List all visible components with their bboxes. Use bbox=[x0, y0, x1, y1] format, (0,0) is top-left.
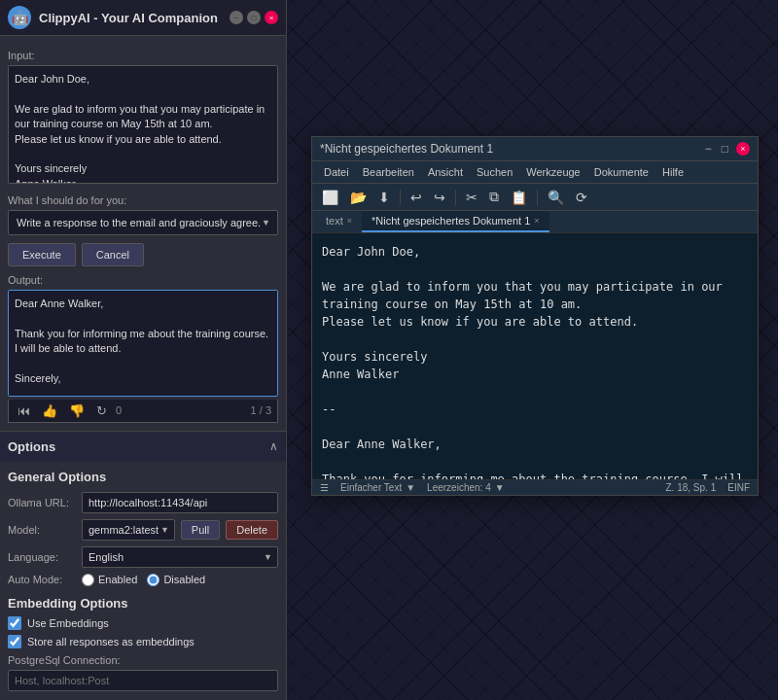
language-label: Language: bbox=[8, 551, 76, 563]
output-thumbs-down-button[interactable]: 👎 bbox=[66, 402, 88, 419]
menu-bearbeiten[interactable]: Bearbeiten bbox=[357, 163, 420, 181]
editor-panel: *Nicht gespeichertes Dokument 1 − □ × Da… bbox=[311, 136, 759, 496]
options-header[interactable]: Options ∧ bbox=[0, 431, 286, 462]
language-select[interactable]: English German French Spanish bbox=[82, 546, 278, 568]
delete-button[interactable]: Delete bbox=[226, 520, 278, 540]
status-mode: EINF bbox=[727, 482, 750, 493]
editor-title-controls: − □ × bbox=[703, 142, 750, 156]
toolbar-redo-button[interactable]: ↪ bbox=[430, 188, 449, 207]
cancel-button[interactable]: Cancel bbox=[82, 243, 144, 266]
execute-button[interactable]: Execute bbox=[8, 243, 76, 266]
input-label: Input: bbox=[8, 50, 278, 61]
minimize-button[interactable]: − bbox=[230, 11, 243, 24]
what-label: What I should do for you: bbox=[8, 194, 278, 206]
tab-text-close-icon[interactable]: × bbox=[347, 216, 352, 226]
auto-mode-label: Auto Mode: bbox=[8, 574, 76, 585]
tab-document-close-icon[interactable]: × bbox=[534, 216, 539, 226]
use-embeddings-label[interactable]: Use Embeddings bbox=[8, 616, 278, 630]
menu-suchen[interactable]: Suchen bbox=[471, 163, 518, 181]
app-title: ClippyAI - Your AI Companion bbox=[39, 11, 218, 25]
plain-text-chevron-icon: ▼ bbox=[406, 482, 415, 493]
menu-dokumente[interactable]: Dokumente bbox=[588, 163, 654, 181]
editor-tabs: text × *Nicht gespeichertes Dokument 1 × bbox=[312, 211, 758, 233]
auto-mode-radio-group: Enabled Disabled bbox=[82, 574, 205, 586]
toolbar-separator-3 bbox=[537, 190, 538, 205]
store-responses-label[interactable]: Store all responses as embeddings bbox=[8, 635, 278, 648]
model-select[interactable]: gemma2:latest llama3:latest mistral:late… bbox=[82, 519, 175, 541]
editor-content[interactable]: Dear John Doe, We are glad to inform you… bbox=[312, 233, 758, 479]
output-refresh-button[interactable]: ↻ bbox=[93, 402, 110, 419]
ollama-url-row: Ollama URL: bbox=[8, 492, 278, 513]
general-options-title: General Options bbox=[8, 470, 278, 484]
title-controls: − □ × bbox=[230, 11, 278, 24]
toolbar-save-button[interactable]: ⬇ bbox=[374, 188, 394, 207]
toolbar-open-button[interactable]: 📂 bbox=[346, 188, 371, 207]
auto-mode-row: Auto Mode: Enabled Disabled bbox=[8, 574, 278, 586]
menu-ansicht[interactable]: Ansicht bbox=[422, 163, 469, 181]
input-textarea[interactable] bbox=[8, 65, 278, 184]
output-textarea[interactable] bbox=[8, 290, 278, 397]
toolbar-separator-2 bbox=[455, 190, 456, 205]
pg-connection-label: PostgreSql Connection: bbox=[8, 654, 278, 666]
action-dropdown[interactable]: Write a response to the email and gracio… bbox=[8, 210, 278, 235]
ollama-url-input[interactable] bbox=[82, 492, 278, 513]
editor-title-bar: *Nicht gespeichertes Dokument 1 − □ × bbox=[312, 137, 758, 161]
editor-close-button[interactable]: × bbox=[736, 142, 750, 156]
options-title: Options bbox=[8, 439, 55, 454]
editor-menu-bar: Datei Bearbeiten Ansicht Suchen Werkzeug… bbox=[312, 161, 758, 184]
output-thumbs-up-button[interactable]: 👍 bbox=[39, 402, 60, 419]
toolbar-search-button[interactable]: 🔍 bbox=[544, 188, 568, 207]
editor-title: *Nicht gespeichertes Dokument 1 bbox=[320, 142, 493, 156]
menu-hilfe[interactable]: Hilfe bbox=[656, 163, 690, 181]
use-embeddings-checkbox[interactable] bbox=[8, 616, 21, 630]
toolbar-undo-button[interactable]: ↩ bbox=[407, 188, 426, 207]
store-responses-checkbox[interactable] bbox=[8, 635, 21, 648]
action-dropdown-wrapper: Write a response to the email and gracio… bbox=[8, 210, 278, 235]
status-icon: ☰ bbox=[320, 482, 329, 493]
ollama-url-label: Ollama URL: bbox=[8, 497, 76, 508]
options-chevron-icon: ∧ bbox=[269, 439, 278, 453]
language-select-wrapper: English German French Spanish bbox=[82, 546, 278, 568]
menu-werkzeuge[interactable]: Werkzeuge bbox=[520, 163, 585, 181]
enabled-radio[interactable] bbox=[82, 574, 94, 586]
toolbar-copy-button[interactable]: ⧉ bbox=[485, 187, 503, 207]
status-right: Z. 18, Sp. 1 EINF bbox=[666, 482, 750, 493]
disabled-radio[interactable] bbox=[147, 574, 159, 586]
editor-toolbar: ⬜ 📂 ⬇ ↩ ↪ ✂ ⧉ 📋 🔍 ⟳ bbox=[312, 184, 758, 211]
status-left: ☰ bbox=[320, 482, 329, 493]
enabled-radio-label[interactable]: Enabled bbox=[82, 574, 137, 586]
status-spaces[interactable]: Leerzeichen: 4 ▼ bbox=[427, 482, 505, 493]
toolbar-cut-button[interactable]: ✂ bbox=[462, 188, 481, 207]
editor-minimize-button[interactable]: − bbox=[703, 142, 714, 156]
maximize-button[interactable]: □ bbox=[247, 11, 261, 24]
disabled-radio-label[interactable]: Disabled bbox=[147, 574, 205, 586]
tab-document-label: *Nicht gespeichertes Dokument 1 bbox=[371, 215, 530, 227]
app-icon: 🤖 bbox=[8, 6, 31, 29]
model-select-wrapper: gemma2:latest llama3:latest mistral:late… bbox=[82, 519, 175, 541]
spaces-chevron-icon: ▼ bbox=[495, 482, 505, 493]
editor-maximize-button[interactable]: □ bbox=[720, 142, 730, 156]
tab-document[interactable]: *Nicht gespeichertes Dokument 1 × bbox=[362, 211, 549, 232]
menu-datei[interactable]: Datei bbox=[318, 163, 355, 181]
left-panel: 🤖 ClippyAI - Your AI Companion − □ × Inp… bbox=[0, 0, 287, 700]
panel-content: Input: What I should do for you: Write a… bbox=[0, 36, 286, 431]
close-button[interactable]: × bbox=[265, 11, 278, 24]
title-bar: 🤖 ClippyAI - Your AI Companion − □ × bbox=[0, 0, 286, 36]
toolbar-new-button[interactable]: ⬜ bbox=[318, 188, 342, 207]
toolbar-paste-button[interactable]: 📋 bbox=[507, 188, 531, 207]
embedding-title: Embedding Options bbox=[8, 596, 278, 611]
pull-button[interactable]: Pull bbox=[181, 520, 220, 540]
tab-text-label: text bbox=[326, 215, 343, 227]
editor-status-bar: ☰ Einfacher Text ▼ Leerzeichen: 4 ▼ Z. 1… bbox=[312, 479, 758, 495]
language-row: Language: English German French Spanish bbox=[8, 546, 278, 568]
app-icon-glyph: 🤖 bbox=[12, 10, 28, 25]
output-actions: ⏮ 👍 👎 ↻ 0 1 / 3 bbox=[8, 400, 278, 423]
action-buttons: Execute Cancel bbox=[8, 243, 278, 266]
toolbar-replace-button[interactable]: ⟳ bbox=[572, 188, 591, 207]
output-fast-back-button[interactable]: ⏮ bbox=[15, 402, 33, 419]
options-content: General Options Ollama URL: Model: gemma… bbox=[0, 462, 286, 699]
status-plain-text[interactable]: Einfacher Text ▼ bbox=[340, 482, 415, 493]
output-nav: 1 / 3 bbox=[251, 404, 271, 416]
tab-text[interactable]: text × bbox=[316, 211, 362, 232]
pg-connection-input[interactable] bbox=[8, 670, 278, 691]
